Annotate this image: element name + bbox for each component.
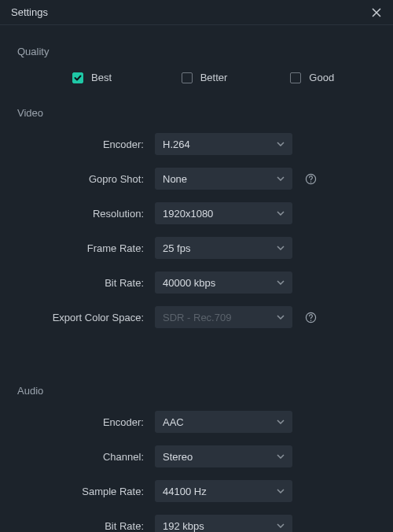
select-value: 44100 Hz: [163, 486, 207, 497]
label-samplerate: Sample Rate:: [17, 486, 155, 497]
label-resolution: Resolution:: [17, 208, 155, 220]
select-value: AAC: [163, 416, 184, 428]
label-audio-encoder: Encoder:: [17, 416, 155, 428]
select-value: 192 kbps: [163, 520, 204, 532]
help-icon[interactable]: [303, 310, 318, 324]
label-audio-bitrate: Bit Rate:: [17, 520, 155, 532]
checkbox-icon: [72, 72, 83, 83]
select-value: 1920x1080: [163, 208, 213, 220]
chevron-down-icon: [277, 176, 285, 181]
label-gopro: Gopro Shot:: [17, 173, 155, 185]
checkbox-icon: [182, 72, 193, 83]
select-resolution[interactable]: 1920x1080: [155, 202, 292, 224]
select-framerate[interactable]: 25 fps: [155, 237, 292, 259]
field-samplerate: Sample Rate: 44100 Hz: [17, 480, 376, 502]
titlebar: Settings: [0, 0, 393, 25]
content-area: Quality Best Better Good Video Encoder: …: [0, 25, 393, 532]
close-icon[interactable]: [371, 7, 382, 18]
quality-label: Best: [91, 72, 112, 83]
chevron-down-icon: [277, 142, 285, 146]
label-framerate: Frame Rate:: [17, 242, 155, 254]
label-video-bitrate: Bit Rate:: [17, 277, 155, 289]
chevron-down-icon: [277, 454, 285, 459]
select-value: Stereo: [163, 451, 193, 463]
chevron-down-icon: [277, 315, 285, 320]
select-value: H.264: [163, 139, 190, 150]
select-video-bitrate[interactable]: 40000 kbps: [155, 272, 292, 294]
quality-label: Better: [200, 72, 228, 83]
field-audio-bitrate: Bit Rate: 192 kbps: [17, 515, 376, 532]
select-video-encoder[interactable]: H.264: [155, 133, 292, 155]
select-samplerate[interactable]: 44100 Hz: [155, 480, 292, 502]
checkbox-icon: [290, 72, 301, 83]
quality-label: Good: [309, 72, 334, 83]
chevron-down-icon: [277, 246, 285, 250]
svg-point-3: [310, 320, 311, 321]
select-value: None: [163, 173, 187, 185]
chevron-down-icon: [277, 280, 285, 285]
field-video-bitrate: Bit Rate: 40000 kbps: [17, 272, 376, 294]
select-audio-bitrate[interactable]: 192 kbps: [155, 515, 292, 532]
chevron-down-icon: [277, 419, 285, 424]
quality-option-best[interactable]: Best: [72, 72, 158, 83]
select-audio-encoder[interactable]: AAC: [155, 411, 292, 433]
section-quality-label: Quality: [17, 46, 376, 57]
field-resolution: Resolution: 1920x1080: [17, 202, 376, 224]
field-framerate: Frame Rate: 25 fps: [17, 237, 376, 259]
field-video-encoder: Encoder: H.264: [17, 133, 376, 155]
chevron-down-icon: [277, 489, 285, 493]
select-colorspace: SDR - Rec.709: [155, 306, 292, 328]
section-video-label: Video: [17, 107, 376, 119]
label-video-encoder: Encoder:: [17, 139, 155, 150]
field-gopro: Gopro Shot: None: [17, 168, 376, 190]
section-audio-label: Audio: [17, 385, 376, 397]
field-colorspace: Export Color Space: SDR - Rec.709: [17, 306, 376, 328]
quality-option-better[interactable]: Better: [182, 72, 267, 83]
select-value: 25 fps: [163, 242, 190, 254]
field-audio-encoder: Encoder: AAC: [17, 411, 376, 433]
quality-options: Best Better Good: [17, 72, 376, 83]
select-channel[interactable]: Stereo: [155, 445, 292, 467]
label-channel: Channel:: [17, 451, 155, 463]
select-value: SDR - Rec.709: [163, 312, 231, 323]
select-gopro[interactable]: None: [155, 168, 292, 190]
svg-point-1: [310, 181, 311, 183]
quality-option-good[interactable]: Good: [290, 72, 376, 83]
label-colorspace: Export Color Space:: [17, 312, 155, 323]
help-icon[interactable]: [303, 172, 318, 186]
select-value: 40000 kbps: [163, 277, 215, 289]
chevron-down-icon: [277, 211, 285, 216]
dialog-title: Settings: [11, 6, 48, 18]
chevron-down-icon: [277, 523, 285, 528]
field-channel: Channel: Stereo: [17, 445, 376, 467]
